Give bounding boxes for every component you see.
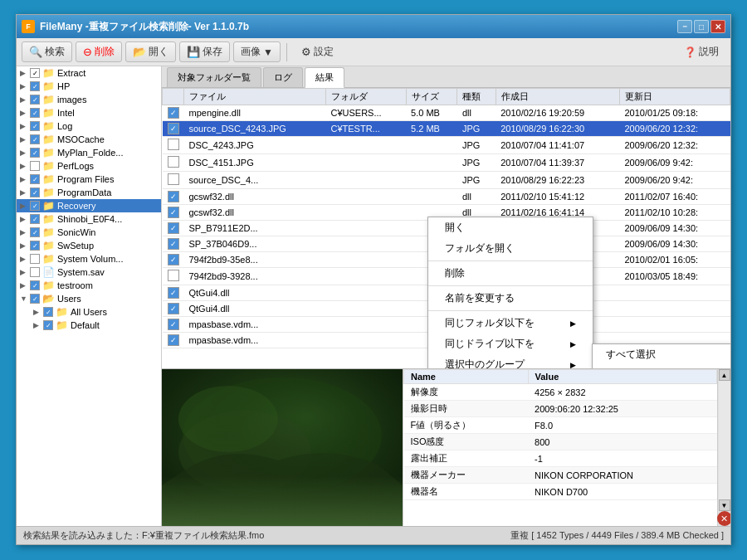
file-checkbox[interactable]: ✓ [168, 191, 179, 202]
sidebar-item-users[interactable]: ▼ ✓ 📂 Users [17, 292, 161, 305]
row-checkbox-cell[interactable] [163, 154, 184, 172]
maximize-button[interactable]: □ [694, 20, 709, 33]
tab-folder-list[interactable]: 対象フォルダー覧 [167, 67, 261, 87]
tree-checkbox[interactable]: ✓ [30, 294, 40, 304]
ctx-delete[interactable]: 削除 [428, 263, 593, 284]
tree-checkbox[interactable]: ✓ [30, 280, 40, 290]
tab-log[interactable]: ログ [263, 67, 303, 87]
table-row[interactable]: source_DSC_4... JPG 2010/08/29 16:22:23 … [163, 172, 730, 189]
file-checkbox[interactable]: ✓ [168, 107, 179, 119]
table-row[interactable]: ✓ source_DSC_4243.JPG C¥TESTR... 5.2 MB … [163, 121, 730, 137]
col-modified[interactable]: 更新日 [619, 89, 730, 105]
scroll-down-button[interactable]: ▼ [719, 499, 730, 511]
sidebar-item-intel[interactable]: ▶ ✓ 📁 Intel [17, 106, 161, 119]
sidebar-item-sonicwin[interactable]: ▶ ✓ 📁 SonicWin [17, 226, 161, 239]
file-checkbox[interactable]: ✓ [168, 287, 179, 299]
tree-checkbox[interactable]: ✓ [30, 187, 40, 197]
file-checkbox[interactable] [168, 173, 179, 185]
row-checkbox-cell[interactable]: ✓ [163, 221, 184, 236]
file-checkbox[interactable]: ✓ [168, 303, 179, 314]
tree-checkbox[interactable] [30, 254, 40, 264]
sidebar-item-testroom[interactable]: ▶ ✓ 📁 testroom [17, 279, 161, 292]
row-checkbox-cell[interactable] [163, 137, 184, 154]
tree-checkbox[interactable]: ✓ [43, 320, 53, 330]
row-checkbox-cell[interactable]: ✓ [163, 285, 184, 301]
tree-checkbox[interactable]: ✓ [30, 95, 40, 105]
row-checkbox-cell[interactable]: ✓ [163, 236, 184, 252]
table-row[interactable]: ✓ gcswf32.dll dll 2011/02/10 15:41:12 20… [163, 189, 730, 205]
row-checkbox-cell[interactable] [163, 268, 184, 285]
file-checkbox[interactable]: ✓ [168, 222, 179, 234]
minimize-button[interactable]: － [677, 20, 692, 33]
scroll-track[interactable] [719, 381, 730, 499]
file-checkbox[interactable]: ✓ [168, 254, 179, 265]
tree-checkbox[interactable]: ✓ [30, 214, 40, 224]
sidebar-item-programfiles[interactable]: ▶ ✓ 📁 Program Files [17, 173, 161, 186]
sidebar-item-images[interactable]: ▶ ✓ 📁 images [17, 93, 161, 106]
file-checkbox[interactable]: ✓ [168, 334, 179, 346]
sidebar-item-perflogs[interactable]: ▶ 📁 PerfLogs [17, 159, 161, 173]
file-checkbox[interactable]: ✓ [168, 123, 179, 134]
row-checkbox-cell[interactable]: ✓ [163, 301, 184, 317]
ctx-same-folder[interactable]: 同じフォルダ以下を ▶ [428, 313, 593, 334]
row-checkbox-cell[interactable]: ✓ [163, 333, 184, 348]
row-checkbox-cell[interactable]: ✓ [163, 189, 184, 205]
tree-checkbox[interactable]: ✓ [30, 227, 40, 237]
table-row[interactable]: ✓ mpengine.dll C¥USERS... 5.0 MB dll 201… [163, 105, 730, 121]
row-checkbox-cell[interactable]: ✓ [163, 317, 184, 333]
sidebar-item-swsetup[interactable]: ▶ ✓ 📁 SwSetup [17, 239, 161, 252]
file-checkbox[interactable]: ✓ [168, 207, 179, 218]
row-checkbox-cell[interactable]: ✓ [163, 252, 184, 268]
submenu-deselect-all[interactable]: すべて選択解除 [593, 365, 730, 368]
sidebar-item-recovery[interactable]: ▶ ✓ 📁 Recovery [17, 199, 161, 212]
sidebar-item-log[interactable]: ▶ ✓ 📁 Log [17, 119, 161, 133]
file-checkbox[interactable] [168, 139, 179, 150]
table-row[interactable]: DSC_4243.JPG JPG 2010/07/04 11:41:07 200… [163, 137, 730, 154]
close-button[interactable]: ✕ [710, 20, 725, 33]
file-checkbox[interactable]: ✓ [168, 319, 179, 330]
tree-checkbox[interactable] [30, 161, 40, 171]
tree-checkbox[interactable]: ✓ [30, 174, 40, 184]
table-row[interactable]: DSC_4151.JPG JPG 2010/07/04 11:39:37 200… [163, 154, 730, 172]
file-checkbox[interactable] [168, 156, 179, 168]
tree-checkbox[interactable]: ✓ [30, 108, 40, 118]
settings-button[interactable]: ⚙ 設定 [293, 42, 342, 61]
ctx-rename[interactable]: 名前を変更する [428, 288, 593, 309]
sidebar-item-default[interactable]: ▶ ✓ 📁 Default [17, 319, 161, 332]
col-file[interactable]: ファイル [184, 89, 326, 105]
tree-checkbox[interactable]: ✓ [30, 68, 40, 78]
row-checkbox-cell[interactable] [163, 172, 184, 189]
tree-checkbox[interactable]: ✓ [30, 81, 40, 91]
row-checkbox-cell[interactable]: ✓ [163, 121, 184, 137]
file-checkbox[interactable] [168, 270, 179, 281]
image-dropdown[interactable]: 画像 ▼ [233, 41, 281, 62]
search-button[interactable]: 🔍 検索 [22, 41, 72, 62]
tree-checkbox[interactable]: ✓ [30, 148, 40, 158]
submenu-select-all[interactable]: すべて選択 [593, 344, 730, 365]
sidebar-item-systemvolum[interactable]: ▶ 📁 System Volum... [17, 252, 161, 265]
tab-results[interactable]: 結果 [305, 67, 344, 88]
col-created[interactable]: 作成日 [496, 89, 619, 105]
col-folder[interactable]: フォルダ [325, 89, 406, 105]
scroll-up-button[interactable]: ▲ [719, 369, 730, 381]
file-checkbox[interactable]: ✓ [168, 238, 179, 250]
tree-checkbox[interactable]: ✓ [43, 307, 53, 317]
tree-checkbox[interactable]: ✓ [30, 201, 40, 211]
sidebar-item-programdata[interactable]: ▶ ✓ 📁 ProgramData [17, 186, 161, 199]
ctx-selected-group[interactable]: 選択中のグループ ▶ [428, 354, 593, 368]
row-checkbox-cell[interactable]: ✓ [163, 105, 184, 121]
tree-checkbox[interactable] [30, 267, 40, 277]
sidebar-item-msocache[interactable]: ▶ ✓ 📁 MSOCache [17, 133, 161, 146]
sidebar-item-shinobi[interactable]: ▶ ✓ 📁 Shinobi_E0F4... [17, 212, 161, 226]
row-checkbox-cell[interactable]: ✓ [163, 205, 184, 221]
tree-checkbox[interactable]: ✓ [30, 134, 40, 144]
close-preview-button[interactable]: ✕ [717, 511, 731, 526]
col-type[interactable]: 種類 [457, 89, 496, 105]
ctx-open-folder[interactable]: フォルダを開く [428, 238, 593, 259]
open-button[interactable]: 📂 開く [125, 41, 176, 62]
sidebar-item-myplan[interactable]: ▶ ✓ 📁 MyPlan_Folde... [17, 146, 161, 159]
sidebar-item-allusers[interactable]: ▶ ✓ 📁 All Users [17, 305, 161, 319]
help-button[interactable]: ❓ 説明 [677, 42, 725, 61]
ctx-open[interactable]: 開く [428, 217, 593, 238]
sidebar-item-systemsav[interactable]: ▶ 📄 System.sav [17, 265, 161, 279]
